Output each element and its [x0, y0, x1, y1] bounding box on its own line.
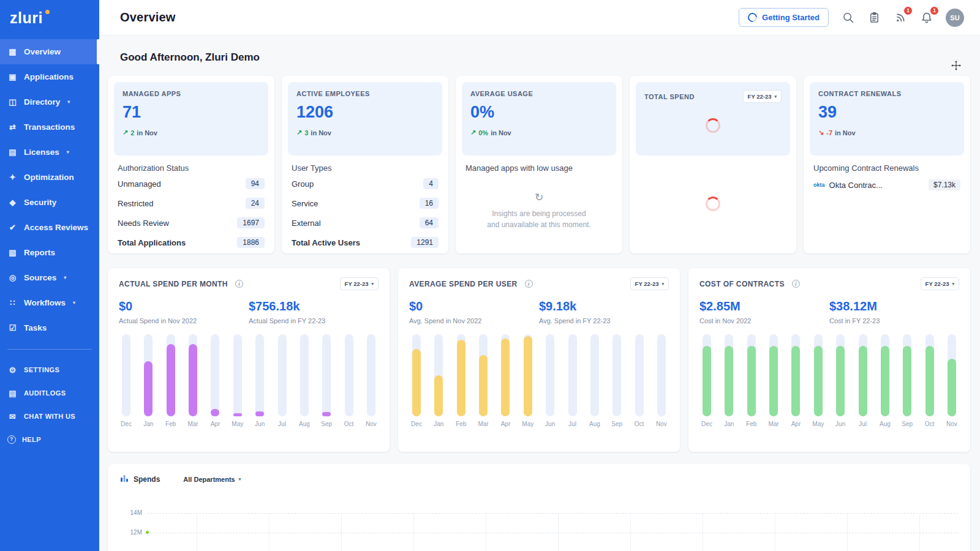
month-label: Jun: [255, 421, 265, 427]
move-cursor-icon: [951, 60, 962, 73]
bar-track: [524, 334, 532, 416]
bar-column-apr: Apr: [498, 334, 513, 427]
transactions-icon: ⇄: [7, 122, 18, 132]
sidebar-item-optimization[interactable]: ✦Optimization: [0, 165, 99, 190]
card-title: TOTAL SPEND: [644, 93, 695, 100]
month-label: Sep: [902, 421, 913, 427]
getting-started-button[interactable]: Getting Started: [739, 8, 829, 27]
bar-track: [479, 334, 488, 416]
sidebar-item-overview[interactable]: ▦Overview: [0, 39, 99, 64]
bar-column-mar: Mar: [476, 334, 491, 427]
sidebar-item-directory[interactable]: ◫Directory▾: [0, 89, 99, 114]
info-icon[interactable]: i: [792, 280, 800, 288]
list-item-value: 4: [423, 178, 439, 189]
renewal-list-item[interactable]: okta Okta Contrac... $7.13k: [813, 174, 960, 196]
managed-apps-card: MANAGED APPS 71 ↗ 2 in Nov Authorization…: [108, 76, 274, 253]
spends-header: Spends All Departments ▾: [120, 474, 958, 485]
bar-track: [568, 334, 577, 416]
sidebar: zluri ▦Overview▣Applications◫Directory▾⇄…: [0, 0, 99, 551]
info-icon[interactable]: i: [525, 280, 533, 288]
average-usage-card: AVERAGE USAGE 0% ↗ 0% in Nov Managed app…: [456, 76, 622, 253]
renewal-amount: $7.13k: [929, 179, 960, 190]
bar-track: [255, 334, 264, 416]
bar-column-oct: Oct: [632, 334, 647, 427]
help-icon: ?: [7, 435, 16, 444]
fy-period-dropdown[interactable]: FY 22-23 ▾: [340, 277, 379, 290]
sidebar-item-licenses[interactable]: ▤Licenses▾: [0, 140, 99, 165]
empty-line-2: and unavailable at this moment.: [487, 219, 590, 230]
sidebar-item-label: Optimization: [24, 173, 74, 182]
renewal-contract-name: Okta Contrac...: [829, 181, 924, 190]
bar-fill: [769, 346, 778, 416]
bar-track: [859, 334, 867, 416]
bar-track: [836, 334, 845, 416]
list-title: Authorization Status: [118, 163, 265, 173]
bar-track: [881, 334, 889, 416]
fy-period-dropdown[interactable]: FY 22-23 ▾: [743, 90, 782, 103]
stat-label: Avg. Spend in FY 22-23: [539, 317, 669, 324]
month-label: Mar: [478, 421, 488, 427]
progress-ring-icon: [746, 11, 759, 24]
sidebar-item-settings[interactable]: ⚙SETTINGS: [0, 358, 99, 381]
bar-column-feb: Feb: [744, 334, 759, 427]
stat-label: Cost in Nov 2022: [699, 317, 829, 324]
search-icon[interactable]: [840, 10, 855, 25]
sidebar-item-applications[interactable]: ▣Applications: [0, 64, 99, 89]
month-label: Feb: [165, 421, 176, 427]
empty-state-message: Insights are being processed and unavail…: [487, 208, 590, 230]
month-label: May: [812, 421, 824, 427]
fy-period-value: FY 22-23: [925, 280, 949, 287]
stat-label: Actual Spend in FY 22-23: [249, 317, 379, 324]
bar-track: [925, 334, 934, 416]
month-label: Jan: [434, 421, 443, 427]
sidebar-item-label: Reports: [24, 248, 55, 257]
stat-value: $2.85M: [699, 299, 829, 313]
avatar[interactable]: SU: [946, 9, 964, 27]
sidebar-item-chat-with-us[interactable]: ✉CHAT WITH US: [0, 405, 99, 428]
sidebar-item-security[interactable]: ◆Security: [0, 190, 99, 215]
spends-chart-card: Spends All Departments ▾ 14M 12M: [108, 464, 970, 551]
sidebar-item-label: Workflows: [24, 298, 66, 307]
list-item-value: 24: [246, 198, 265, 209]
bar-column-may: May: [521, 334, 535, 427]
month-label: Feb: [746, 421, 756, 427]
sidebar-item-workflows[interactable]: ∷Workflows▾: [0, 290, 99, 315]
sidebar-item-label: SETTINGS: [24, 366, 59, 373]
sidebar-item-tasks[interactable]: ☑Tasks: [0, 315, 99, 340]
sidebar-item-reports[interactable]: ▧Reports: [0, 240, 99, 265]
bell-icon[interactable]: 1: [919, 10, 934, 25]
licenses-icon: ▤: [7, 148, 18, 157]
list-item-label: Needs Review: [118, 219, 169, 228]
chart-title-wrap: COST OF CONTRACTS i: [699, 280, 800, 288]
sidebar-item-transactions[interactable]: ⇄Transactions: [0, 114, 99, 140]
month-label: Oct: [925, 421, 935, 427]
bar-fill: [233, 413, 242, 416]
sidebar-item-access-reviews[interactable]: ✔Access Reviews: [0, 215, 99, 240]
month-label: Nov: [946, 421, 957, 427]
sidebar-item-help[interactable]: ?HELP: [0, 428, 99, 451]
feed-icon[interactable]: 1: [893, 10, 908, 25]
bar-track: [546, 334, 554, 416]
bar-track: [367, 334, 375, 416]
page-title: Overview: [120, 10, 176, 24]
info-icon[interactable]: i: [235, 280, 243, 288]
department-filter-dropdown[interactable]: All Departments ▾: [183, 476, 241, 483]
clipboard-icon[interactable]: [867, 10, 881, 25]
trend-suffix: in Nov: [137, 129, 157, 137]
month-label: Oct: [344, 421, 354, 427]
list-item-label: Total Active Users: [292, 238, 360, 247]
card-title: MANAGED APPS: [123, 90, 260, 97]
bar-track: [211, 334, 219, 416]
sidebar-item-label: Access Reviews: [24, 223, 88, 232]
upcoming-renewals-section: Upcoming Contract Renewals okta Okta Con…: [810, 156, 964, 247]
bar-fill: [859, 346, 867, 416]
fy-period-dropdown[interactable]: FY 22-23 ▾: [630, 277, 669, 290]
bar-column-feb: Feb: [454, 334, 469, 427]
sidebar-item-sources[interactable]: ◎Sources▾: [0, 265, 99, 290]
month-label: Aug: [299, 421, 310, 427]
month-label: Aug: [880, 421, 891, 427]
fy-period-dropdown[interactable]: FY 22-23 ▾: [921, 277, 959, 290]
sidebar-item-auditlogs[interactable]: ▤AUDITLOGS: [0, 381, 99, 405]
list-item-label: External: [292, 219, 321, 228]
active-employees-count: 1206: [296, 103, 434, 122]
